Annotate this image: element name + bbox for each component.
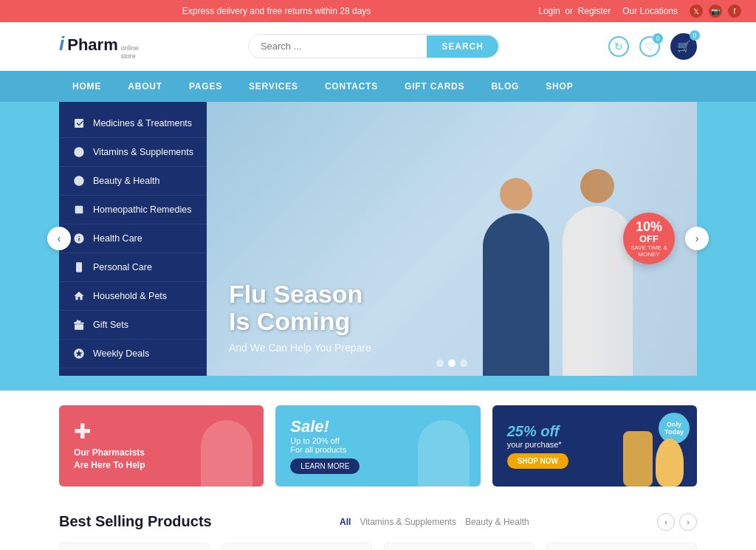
- announcement: Express delivery and free returns within…: [15, 6, 538, 16]
- cat-household[interactable]: Household & Pets: [59, 282, 207, 311]
- product-card-3[interactable]: [384, 543, 535, 550]
- promo-section: ✚ Our Pharmacists Are Here To Help Sale!…: [0, 391, 756, 501]
- cat-vitamins[interactable]: Vitamins & Supplements: [59, 138, 207, 167]
- hero-section: Medicines & Treatments Vitamins & Supple…: [0, 102, 756, 391]
- nav-item-pages[interactable]: PAGES: [176, 71, 236, 102]
- promo-pharmacist-image: [190, 413, 264, 487]
- customer-figure: [475, 178, 557, 376]
- cross-icon: ✚: [74, 419, 145, 444]
- search-button[interactable]: SEARCH: [427, 35, 498, 58]
- nav-link-pages[interactable]: PAGES: [176, 71, 236, 102]
- svg-rect-3: [75, 324, 83, 329]
- best-selling-section: Best Selling Products All Vitamins & Sup…: [0, 501, 756, 537]
- nav-item-blog[interactable]: BLOG: [478, 71, 532, 102]
- promo-card-sale[interactable]: Sale! Up to 20% off For all products LEA…: [275, 405, 480, 487]
- sidebar-categories: Medicines & Treatments Vitamins & Supple…: [59, 102, 207, 376]
- promo-pharmacist-text: Our Pharmacists Are Here To Help: [74, 447, 145, 472]
- top-bar: Express delivery and free returns within…: [0, 0, 756, 22]
- cat-personalcare[interactable]: Personal Care: [59, 253, 207, 282]
- twitter-icon[interactable]: 𝕏: [690, 4, 703, 18]
- promo-sale-big: Sale!: [290, 417, 360, 436]
- personalcare-icon: [72, 261, 86, 274]
- cart-button[interactable]: 🛒 0: [670, 33, 697, 60]
- discount-badge: 10% OFF SAVE TIME & MONEY: [623, 213, 675, 264]
- nav-item-giftcards[interactable]: GIFT CARDS: [391, 71, 478, 102]
- cat-healthcare[interactable]: Health Care: [59, 224, 207, 253]
- filter-vitamins[interactable]: Vitamins & Supplements: [360, 517, 456, 527]
- nav-link-contacts[interactable]: CONTACTS: [312, 71, 391, 102]
- nav-link-shop[interactable]: SHOP: [532, 71, 586, 102]
- vitamins-icon: [72, 145, 86, 159]
- logo[interactable]: iPharm online store: [59, 32, 139, 61]
- nav-link-giftcards[interactable]: GIFT CARDS: [391, 71, 478, 102]
- discount-off: OFF: [639, 233, 659, 244]
- products-row: [0, 537, 756, 550]
- nav-item-contacts[interactable]: CONTACTS: [312, 71, 391, 102]
- products-prev-arrow[interactable]: ‹: [657, 513, 675, 531]
- promo-sale-sub1: Up to 20% off: [290, 436, 360, 445]
- cat-homeopathic[interactable]: Homeopathic Remedies: [59, 196, 207, 224]
- nav-item-services[interactable]: SERVICES: [236, 71, 312, 102]
- hero-text: Flu Season Is Coming And We Can Help You…: [229, 281, 371, 354]
- products-next-arrow[interactable]: ›: [679, 513, 697, 531]
- hero-title: Flu Season Is Coming: [229, 281, 371, 336]
- product-card-4[interactable]: [546, 543, 697, 550]
- discount-subtext: SAVE TIME & MONEY: [623, 244, 675, 258]
- hero-image: Flu Season Is Coming And We Can Help You…: [207, 102, 697, 376]
- nav-link-blog[interactable]: BLOG: [478, 71, 532, 102]
- refresh-button[interactable]: ↻: [608, 36, 629, 57]
- svg-rect-2: [76, 262, 82, 272]
- beauty-icon: [72, 174, 86, 188]
- header-icons: ↻ ♡ 0 🛒 0: [608, 33, 697, 60]
- instagram-icon[interactable]: 📷: [709, 4, 722, 18]
- logo-pharm: Pharm: [67, 35, 117, 55]
- login-link[interactable]: Login or Register: [538, 6, 611, 16]
- search-bar[interactable]: SEARCH: [248, 34, 499, 58]
- promo-card-discount[interactable]: 25% off your purchase* SHOP NOW Only Tod…: [492, 405, 697, 487]
- hero-subtitle: And We Can Help You Prepare: [229, 342, 371, 354]
- svg-point-0: [74, 147, 83, 157]
- wishlist-badge: 0: [653, 33, 663, 44]
- logo-i: i: [59, 32, 64, 55]
- cart-badge: 0: [690, 30, 700, 41]
- cat-medicines[interactable]: Medicines & Treatments: [59, 109, 207, 138]
- dot-2[interactable]: [448, 360, 456, 367]
- weeklydeals-icon: [72, 347, 86, 360]
- nav-item-about[interactable]: ABOUT: [114, 71, 176, 102]
- nav-link-services[interactable]: SERVICES: [236, 71, 312, 102]
- facebook-icon[interactable]: f: [728, 4, 741, 18]
- hero-dots: [436, 360, 467, 367]
- dot-1[interactable]: [436, 360, 444, 367]
- cat-giftsets[interactable]: Gift Sets: [59, 311, 207, 340]
- social-links: 𝕏 📷 f: [690, 4, 741, 18]
- search-input[interactable]: [249, 35, 427, 58]
- nav-link-about[interactable]: ABOUT: [114, 71, 176, 102]
- carousel-next[interactable]: ›: [685, 227, 709, 250]
- refresh-icon: ↻: [608, 36, 629, 57]
- nav-link-home[interactable]: HOME: [59, 71, 114, 102]
- cat-beauty[interactable]: Beauty & Health: [59, 167, 207, 196]
- product-card-2[interactable]: [221, 543, 372, 550]
- nav-item-shop[interactable]: SHOP: [532, 71, 586, 102]
- product-filter-arrows: ‹ ›: [657, 513, 697, 531]
- logo-subtitle: online store: [121, 44, 139, 61]
- promo-pharmacist-content: ✚ Our Pharmacists Are Here To Help: [59, 408, 159, 484]
- carousel-prev[interactable]: ‹: [47, 227, 71, 250]
- dot-3[interactable]: [460, 360, 467, 367]
- household-icon: [72, 289, 86, 303]
- cat-weeklydeals[interactable]: Weekly Deals: [59, 340, 207, 368]
- promo-card-pharmacist[interactable]: ✚ Our Pharmacists Are Here To Help: [59, 405, 264, 487]
- filter-beauty[interactable]: Beauty & Health: [465, 517, 529, 527]
- product-card-1[interactable]: [59, 543, 210, 550]
- top-bar-right: Login or Register Our Locations 𝕏 📷 f: [538, 4, 741, 18]
- discount-percent: 10%: [636, 220, 662, 233]
- wishlist-button[interactable]: ♡ 0: [639, 36, 660, 57]
- promo-sale-content: Sale! Up to 20% off For all products LEA…: [275, 405, 374, 486]
- nav-list: HOME ABOUT PAGES SERVICES CONTACTS GIFT …: [59, 71, 697, 102]
- promo-off-big: 25% off: [507, 423, 568, 440]
- nav-item-home[interactable]: HOME: [59, 71, 114, 102]
- promo-learn-button[interactable]: LEARN MORE: [290, 458, 360, 474]
- filter-all[interactable]: All: [340, 517, 351, 527]
- promo-shop-button[interactable]: SHOP NOW: [507, 453, 568, 469]
- locations-link[interactable]: Our Locations: [622, 6, 678, 16]
